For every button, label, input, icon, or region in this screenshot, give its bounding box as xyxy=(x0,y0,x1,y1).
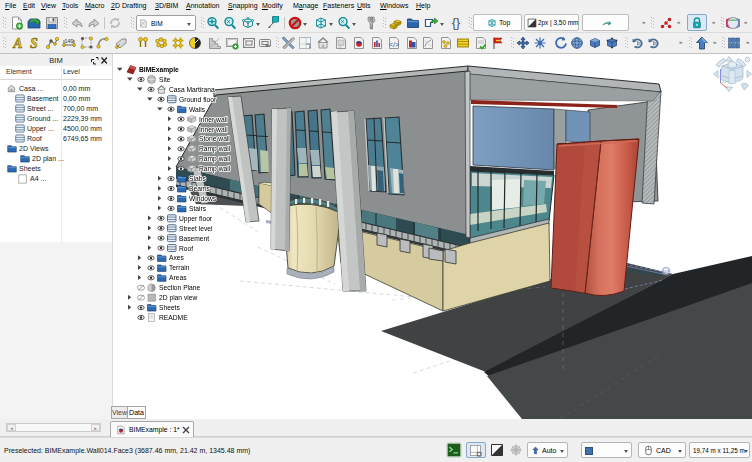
svg-text:Areas: Areas xyxy=(169,274,187,281)
svg-text:Terrain: Terrain xyxy=(169,264,190,271)
svg-text:Section Plane: Section Plane xyxy=(159,284,201,291)
svg-text:BIMExample: BIMExample xyxy=(139,66,179,74)
svg-text:Stairs: Stairs xyxy=(189,205,207,212)
svg-text:Inner wall: Inner wall xyxy=(199,126,228,133)
svg-text:Windows: Windows xyxy=(189,195,217,202)
svg-text:Casa Martirana: Casa Martirana xyxy=(169,86,215,93)
svg-text:Slabs: Slabs xyxy=(189,175,206,182)
svg-text:Basement: Basement xyxy=(179,235,209,242)
svg-text:Roof: Roof xyxy=(179,245,193,252)
svg-text:Axes: Axes xyxy=(169,254,185,261)
svg-text:Site: Site xyxy=(159,76,171,83)
svg-text:Upper floor: Upper floor xyxy=(179,215,213,223)
svg-text:Street level: Street level xyxy=(179,225,213,232)
svg-text:Ramp wall: Ramp wall xyxy=(199,155,231,163)
svg-text:Ground floor: Ground floor xyxy=(179,96,217,103)
svg-text:Sheets: Sheets xyxy=(159,304,180,311)
svg-text:Ramp wall: Ramp wall xyxy=(199,165,231,173)
svg-text:Walls: Walls xyxy=(189,106,206,113)
svg-text:2D plan view: 2D plan view xyxy=(159,294,197,302)
svg-text:Stone wall: Stone wall xyxy=(199,135,230,142)
svg-text:README: README xyxy=(159,314,188,321)
svg-text:Inner wall: Inner wall xyxy=(199,116,228,123)
svg-text:Beams: Beams xyxy=(189,185,210,192)
svg-text:Ramp wall: Ramp wall xyxy=(199,145,231,153)
